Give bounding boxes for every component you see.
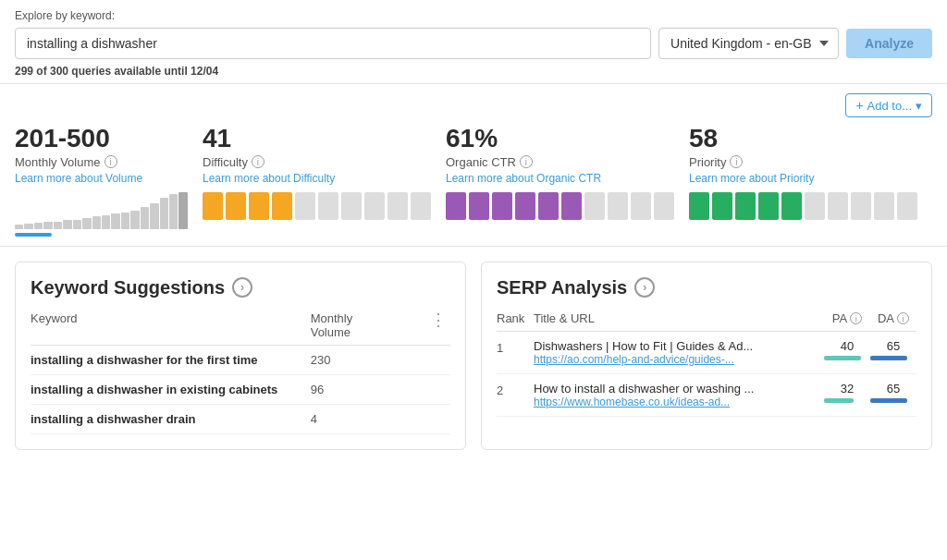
pa-bar <box>824 398 854 403</box>
bar-6 <box>63 220 71 229</box>
pa-info-icon[interactable]: i <box>850 312 862 324</box>
serp-analysis-panel: SERP Analysis › Rank Title & URL PA i DA… <box>481 262 932 450</box>
search-input[interactable] <box>15 28 651 59</box>
ctr-bar-5 <box>538 192 559 220</box>
ctr-label: Organic CTR i <box>446 155 674 169</box>
bar-8 <box>82 218 91 229</box>
bar-5 <box>54 222 62 229</box>
bar-15 <box>150 203 158 229</box>
ctr-bar-6 <box>561 192 582 220</box>
country-select[interactable]: United Kingdom - en-GB United States - e… <box>658 28 839 59</box>
diff-bar-6 <box>318 192 338 220</box>
bar-1 <box>15 225 23 229</box>
explore-label: Explore by keyword: <box>15 9 932 22</box>
bottom-section: Keyword Suggestions › Keyword Monthly Vo… <box>0 247 947 465</box>
bar-9 <box>92 216 101 229</box>
diff-bar-4 <box>272 192 292 220</box>
keyword-cell: installing a dishwasher in existing cabi… <box>31 383 311 396</box>
bar-11 <box>111 213 119 229</box>
serp-rank: 1 <box>497 339 534 355</box>
bar-2 <box>24 224 32 229</box>
volume-trend-line <box>15 233 52 237</box>
volume-label: Monthly Volume i <box>15 155 188 169</box>
pri-bar-5 <box>781 192 802 220</box>
serp-da: 65 <box>870 382 916 403</box>
ctr-info-icon[interactable]: i <box>520 155 533 168</box>
serp-row: 1 Dishwashers | How to Fit | Guides & Ad… <box>497 332 916 374</box>
serp-header: Rank Title & URL PA i DA i <box>497 311 916 332</box>
keyword-cell: installing a dishwasher for the first ti… <box>31 353 311 367</box>
diff-bar-10 <box>411 192 431 220</box>
volume-info-icon[interactable]: i <box>105 155 117 168</box>
volume-cell: 230 <box>311 353 450 367</box>
difficulty-link[interactable]: Learn more about Difficulty <box>203 172 431 185</box>
bar-14 <box>141 207 149 229</box>
pri-bar-7 <box>828 192 848 220</box>
serp-da: 65 <box>870 339 916 360</box>
serp-analysis-title: SERP Analysis › <box>497 277 916 298</box>
ctr-bar-8 <box>608 192 628 220</box>
pa-col-header: PA i <box>824 311 870 325</box>
keyword-suggestions-panel: Keyword Suggestions › Keyword Monthly Vo… <box>15 262 466 450</box>
keyword-suggestions-title: Keyword Suggestions › <box>31 277 450 298</box>
pri-bar-1 <box>689 192 709 220</box>
pri-bar-8 <box>851 192 871 220</box>
bar-17 <box>169 194 178 229</box>
diff-bar-8 <box>364 192 385 220</box>
metric-difficulty: 41 Difficulty i Learn more about Difficu… <box>203 125 446 246</box>
ctr-bar-4 <box>515 192 535 220</box>
diff-bar-3 <box>249 192 269 220</box>
diff-bar-7 <box>341 192 362 220</box>
ctr-bar-9 <box>631 192 651 220</box>
volume-link[interactable]: Learn more about Volume <box>15 172 188 185</box>
table-row: installing a dishwasher in existing cabi… <box>31 375 450 405</box>
top-section: Explore by keyword: United Kingdom - en-… <box>0 0 947 84</box>
pri-bar-3 <box>735 192 756 220</box>
bar-16 <box>160 198 168 229</box>
table-row: installing a dishwasher drain 4 <box>31 405 450 434</box>
diff-bar-1 <box>203 192 223 220</box>
metric-priority: 58 Priority i Learn more about Priority <box>689 125 932 246</box>
serp-title-text: Dishwashers | How to Fit | Guides & Ad..… <box>534 339 824 353</box>
pri-bar-4 <box>758 192 779 220</box>
serp-url[interactable]: https://ao.com/help-and-advice/guides-..… <box>534 353 824 366</box>
volume-col-more-icon[interactable]: ⋮ <box>426 311 450 328</box>
difficulty-info-icon[interactable]: i <box>252 155 264 168</box>
serp-row: 2 How to install a dishwasher or washing… <box>497 374 916 417</box>
keyword-cell: installing a dishwasher drain <box>31 412 311 426</box>
keyword-suggestions-header: Keyword Monthly Volume ⋮ <box>31 311 450 346</box>
analyze-button[interactable]: Analyze <box>846 29 932 58</box>
serp-analysis-arrow-icon[interactable]: › <box>634 277 655 298</box>
rank-col-header: Rank <box>497 311 534 325</box>
diff-bar-9 <box>387 192 408 220</box>
difficulty-label: Difficulty i <box>203 155 431 169</box>
volume-cell: 96 <box>311 383 450 396</box>
diff-bar-5 <box>295 192 315 220</box>
ctr-value: 61% <box>446 125 674 153</box>
add-to-row: + Add to... ▾ <box>15 93 932 117</box>
keyword-col-header: Keyword <box>31 311 311 339</box>
add-to-button[interactable]: + Add to... ▾ <box>845 93 932 117</box>
pri-bar-6 <box>805 192 825 220</box>
ctr-link[interactable]: Learn more about Organic CTR <box>446 172 674 185</box>
da-info-icon[interactable]: i <box>897 312 909 324</box>
queries-info: 299 of 300 queries available until 12/04 <box>15 65 932 78</box>
bar-10 <box>102 215 110 229</box>
metrics-section: + Add to... ▾ 201-500 Monthly Volume i L… <box>0 84 947 247</box>
priority-info-icon[interactable]: i <box>730 155 743 168</box>
keyword-suggestions-arrow-icon[interactable]: › <box>232 277 252 298</box>
serp-pa: 32 <box>824 382 870 403</box>
da-bar <box>870 356 907 360</box>
plus-icon: + <box>855 98 863 113</box>
metrics-row: 201-500 Monthly Volume i Learn more abou… <box>15 125 932 246</box>
serp-rank: 2 <box>497 382 534 397</box>
volume-value: 201-500 <box>15 125 188 153</box>
priority-link[interactable]: Learn more about Priority <box>689 172 917 185</box>
title-col-header: Title & URL <box>534 311 824 325</box>
table-row: installing a dishwasher for the first ti… <box>31 346 450 375</box>
difficulty-bars <box>203 192 431 220</box>
bar-7 <box>73 220 81 229</box>
bar-3 <box>34 223 43 229</box>
serp-url[interactable]: https://www.homebase.co.uk/ideas-ad... <box>534 396 824 408</box>
da-bar <box>870 398 907 403</box>
